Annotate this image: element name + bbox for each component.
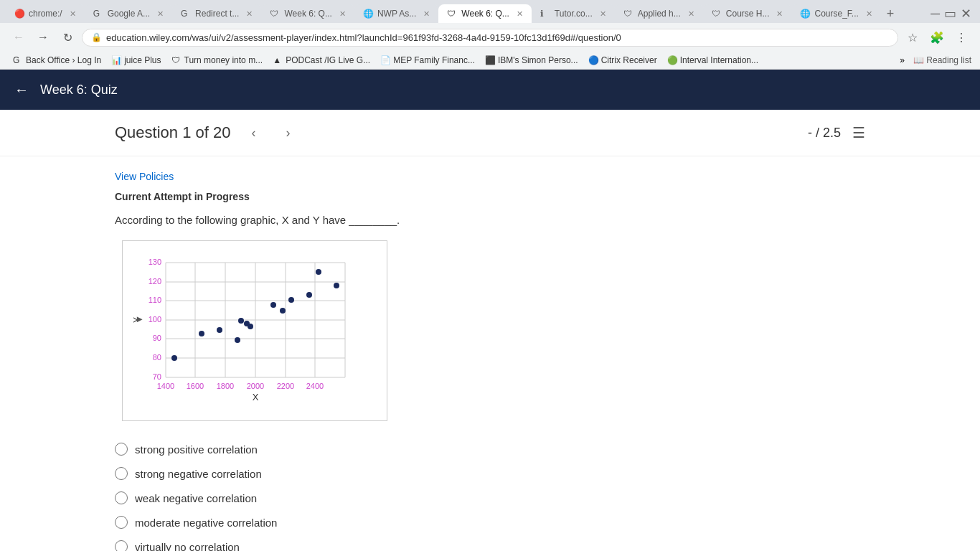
question-text: According to the following graphic, X an… [115,214,865,226]
tab-favicon: ℹ [540,9,550,19]
browser-tab-google1[interactable]: GGoogle A...✕ [85,4,172,23]
answer-option-a1[interactable]: strong positive correlation [115,443,865,456]
svg-text:2000: 2000 [247,382,264,390]
bookmark-item[interactable]: GBack Office › Log In [9,54,105,67]
back-button[interactable]: ← [9,27,29,47]
lock-icon: 🔒 [91,32,102,42]
bookmark-favicon: 🛡 [171,55,182,65]
answer-radio-a3[interactable] [115,491,128,504]
answer-radio-a4[interactable] [115,516,128,529]
bookmark-item[interactable]: ⬛IBM's Simon Perso... [481,54,583,67]
question-header: Question 1 of 20 ‹ › - / 2.5 ☰ [0,110,980,156]
bookmark-favicon: 🔵 [588,55,598,65]
tab-close-icon[interactable]: ✕ [70,9,76,19]
bookmark-favicon: 📊 [111,55,121,65]
bookmark-favicon: ▲ [273,55,283,65]
svg-point-34 [238,318,244,324]
reading-list-button[interactable]: 📖 Reading list [913,55,971,65]
question-list-icon[interactable]: ☰ [852,124,865,141]
answer-option-a5[interactable]: virtually no correlation [115,540,865,551]
tab-close-icon[interactable]: ✕ [157,9,164,19]
tab-close-icon[interactable]: ✕ [517,9,523,19]
svg-point-41 [316,269,321,275]
browser-tab-tutor[interactable]: ℹTutor.co...✕ [532,4,615,23]
svg-point-39 [288,297,294,303]
tab-close-icon[interactable]: ✕ [866,9,872,19]
address-bar[interactable]: 🔒 education.wiley.com/was/ui/v2/assessme… [82,29,898,47]
svg-text:70: 70 [153,372,161,381]
tab-favicon: 🛡 [712,9,722,19]
window-maximize[interactable]: ▭ [944,6,956,22]
prev-question-button[interactable]: ‹ [242,121,265,144]
svg-text:1400: 1400 [157,382,174,390]
svg-point-30 [171,355,177,361]
bookmark-star-button[interactable]: ☆ [903,27,923,47]
back-to-course-button[interactable]: ← [14,82,29,98]
bookmark-favicon: 🟢 [667,55,677,65]
tab-close-icon[interactable]: ✕ [776,9,783,19]
svg-point-38 [280,308,286,314]
browser-tab-coursef[interactable]: 🌐Course_F...✕ [791,4,880,23]
browser-tab-week6a[interactable]: 🛡Week 6: Q...✕ [261,4,354,23]
bookmark-item[interactable]: 🟢Interval Internation... [663,54,763,67]
tab-close-icon[interactable]: ✕ [246,9,253,19]
answer-option-a4[interactable]: moderate negative correlation [115,516,865,529]
bookmark-item[interactable]: 🛡Turn money into m... [167,54,268,67]
bookmark-favicon: G [13,55,23,65]
tab-favicon: 🔴 [14,9,24,19]
answer-radio-a5[interactable] [115,540,128,551]
browser-menu-button[interactable]: ⋮ [951,27,971,47]
extensions-button[interactable]: 🧩 [927,27,947,47]
tab-close-icon[interactable]: ✕ [339,9,346,19]
bookmark-item[interactable]: 🔵Citrix Receiver [584,54,661,67]
svg-text:X: X [253,392,259,402]
svg-point-32 [217,327,222,333]
tab-close-icon[interactable]: ✕ [600,9,606,19]
browser-tab-nwp[interactable]: 🌐NWP As...✕ [354,4,438,23]
svg-point-36 [248,324,253,329]
next-question-button[interactable]: › [276,121,299,144]
bookmark-label: Interval Internation... [680,55,758,65]
browser-tab-courseh[interactable]: 🛡Course H...✕ [703,4,792,23]
answer-label-a5: virtually no correlation [135,541,240,552]
bookmark-item[interactable]: 📄MEP Family Financ... [376,54,479,67]
forward-button[interactable]: → [33,27,53,47]
svg-text:2200: 2200 [277,382,294,390]
reload-button[interactable]: ↻ [57,27,77,47]
main-content: View Policies Current Attempt in Progres… [0,156,980,551]
content-area: Question 1 of 20 ‹ › - / 2.5 ☰ View Poli… [0,110,980,551]
browser-tab-redirect[interactable]: GRedirect t...✕ [172,4,261,23]
view-policies-link[interactable]: View Policies [115,171,174,182]
question-navigation: Question 1 of 20 ‹ › [115,121,808,144]
window-close[interactable]: ✕ [961,6,971,22]
tab-close-icon[interactable]: ✕ [688,9,694,19]
svg-text:130: 130 [149,258,161,266]
bookmark-label: IBM's Simon Perso... [498,55,578,65]
svg-text:2400: 2400 [306,382,324,390]
answer-label-a3: weak negative correlation [135,492,257,504]
window-minimize[interactable]: ─ [930,6,940,22]
svg-point-33 [235,337,240,343]
svg-text:110: 110 [149,296,161,304]
bookmark-item[interactable]: 📊juice Plus [107,54,165,67]
bookmark-label: PODCast /IG Live G... [286,55,370,65]
answer-label-a4: moderate negative correlation [135,517,277,529]
svg-point-31 [199,331,204,336]
new-tab-button[interactable]: + [881,6,900,22]
answer-option-a2[interactable]: strong negative correlation [115,467,865,480]
answer-radio-a1[interactable] [115,443,128,456]
tab-close-icon[interactable]: ✕ [423,9,430,19]
bookmarks-more[interactable]: » [900,55,905,65]
chart-svg: 70 80 90 100 110 120 130 Y ► 1400 1600 1… [130,255,367,406]
tab-favicon: 🛡 [270,9,280,19]
browser-tab-week6b[interactable]: 🛡Week 6: Q...✕ [438,4,531,23]
answer-radio-a2[interactable] [115,467,128,480]
browser-tab-applied[interactable]: 🛡Applied h...✕ [615,4,703,23]
browser-tab-chrome[interactable]: 🔴chrome:/✕ [6,4,85,23]
svg-text:1600: 1600 [187,382,204,390]
answer-option-a3[interactable]: weak negative correlation [115,491,865,504]
svg-point-42 [334,283,339,288]
score-display: - / 2.5 [808,126,841,141]
scatter-chart: 70 80 90 100 110 120 130 Y ► 1400 1600 1… [122,240,387,421]
bookmark-item[interactable]: ▲PODCast /IG Live G... [268,54,374,67]
